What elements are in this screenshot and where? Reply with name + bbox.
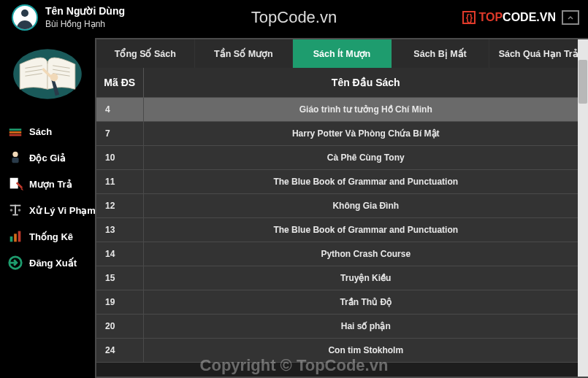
main-content: Tổng Số SáchTần Số MượnSách Ít MượnSách … (95, 38, 588, 378)
cell-id: 7 (96, 122, 143, 146)
app-title: TopCode.vn (251, 8, 337, 27)
tab-0[interactable]: Tổng Số Sách (96, 39, 195, 68)
borrow-icon (7, 176, 23, 192)
user-title-label: Tên Người Dùng (45, 5, 125, 18)
sidebar-item-readers[interactable]: Độc Giả (0, 144, 95, 171)
table-row[interactable]: 11The Blue Book of Grammar and Punctuati… (96, 170, 588, 194)
sidebar-item-label: Xử Lý Vi Phạm (29, 205, 96, 216)
cell-title: Con tim Stokholm (143, 339, 588, 363)
svg-point-7 (50, 74, 58, 82)
tab-2[interactable]: Sách Ít Mượn (293, 39, 392, 68)
svg-point-17 (10, 209, 13, 212)
cell-title: Python Crash Course (143, 242, 588, 266)
brand-area: {} TOPCODE.VN (462, 10, 582, 25)
cell-title: Hai số phận (143, 315, 588, 339)
cell-id: 10 (96, 146, 143, 170)
sidebar-item-label: Sách (29, 126, 52, 137)
svg-rect-8 (9, 128, 22, 131)
cell-title: Trần Thủ Độ (143, 290, 588, 315)
table-row[interactable]: 7Harry Potter Và Phòng Chứa Bí Mật (96, 122, 588, 146)
sidebar: Sách Độc Giả Mượn Trả Xử Lý Vi Phạm (0, 35, 95, 378)
books-table: Mã ĐS Tên Đầu Sách 4Giáo trình tư tưởng … (96, 68, 588, 363)
book-illustration (7, 38, 88, 104)
user-block: Tên Người Dùng Bùi Hồng Hạnh (45, 5, 125, 29)
table-row[interactable]: 20Hai số phận (96, 315, 588, 339)
cell-id: 20 (96, 315, 143, 339)
reader-icon (7, 150, 23, 166)
brand-logo: {} TOPCODE.VN (462, 11, 556, 24)
table-row[interactable]: 19Trần Thủ Độ (96, 290, 588, 315)
sidebar-item-label: Mượn Trả (29, 179, 72, 190)
cell-id: 15 (96, 266, 143, 290)
scrollbar-track[interactable] (578, 39, 588, 377)
svg-rect-16 (10, 205, 21, 207)
cell-id: 11 (96, 170, 143, 194)
sidebar-item-label: Độc Giả (29, 153, 66, 163)
logout-icon (7, 255, 23, 271)
svg-point-18 (18, 209, 21, 212)
cell-id: 13 (96, 218, 143, 242)
tabs-bar: Tổng Số SáchTần Số MượnSách Ít MượnSách … (96, 39, 588, 68)
sidebar-item-label: Đăng Xuất (29, 258, 77, 269)
cell-id: 14 (96, 242, 143, 266)
col-header-id: Mã ĐS (96, 68, 143, 98)
cell-title: Giáo trình tư tưởng Hồ Chí Minh (143, 98, 588, 122)
tab-1[interactable]: Tần Số Mượn (195, 39, 294, 68)
cell-id: 19 (96, 290, 143, 315)
scroll-thumb[interactable] (579, 60, 587, 104)
sidebar-item-books[interactable]: Sách (0, 118, 95, 144)
svg-rect-12 (12, 158, 18, 163)
svg-rect-21 (14, 234, 17, 242)
cell-id: 24 (96, 339, 143, 363)
cell-title: Harry Potter Và Phòng Chứa Bí Mật (143, 122, 588, 146)
col-header-title: Tên Đầu Sách (143, 68, 588, 98)
table-row[interactable]: 13The Blue Book of Grammar and Punctuati… (96, 218, 588, 242)
table-row[interactable]: 4Giáo trình tư tưởng Hồ Chí Minh (96, 98, 588, 122)
tab-4[interactable]: Sách Quá Hạn Trả (489, 39, 588, 68)
svg-point-11 (12, 152, 18, 157)
svg-rect-19 (12, 215, 18, 216)
violation-icon (7, 202, 23, 218)
sidebar-item-violations[interactable]: Xử Lý Vi Phạm (0, 197, 95, 223)
tab-3[interactable]: Sách Bị Mất (392, 39, 490, 68)
nav-list: Sách Độc Giả Mượn Trả Xử Lý Vi Phạm (0, 118, 95, 276)
cell-title: The Blue Book of Grammar and Punctuation (143, 218, 588, 242)
cell-id: 4 (96, 98, 143, 122)
cell-title: Cà Phê Cùng Tony (143, 146, 588, 170)
svg-rect-10 (9, 134, 22, 136)
cell-title: The Blue Book of Grammar and Punctuation (143, 170, 588, 194)
cell-title: Không Gia Đình (143, 194, 588, 218)
table-row[interactable]: 10Cà Phê Cùng Tony (96, 146, 588, 170)
table-row[interactable]: 14Python Crash Course (96, 242, 588, 266)
svg-rect-9 (9, 131, 22, 134)
table-row[interactable]: 24Con tim Stokholm (96, 339, 588, 363)
sidebar-item-stats[interactable]: Thống Kê (0, 223, 95, 250)
user-name: Bùi Hồng Hạnh (45, 19, 125, 29)
expand-button[interactable] (562, 10, 579, 25)
svg-rect-22 (18, 231, 21, 242)
stats-icon (7, 228, 23, 244)
svg-rect-15 (15, 205, 16, 215)
table-row[interactable]: 15Truyện Kiều (96, 266, 588, 290)
avatar[interactable] (12, 4, 38, 31)
sidebar-item-borrow-return[interactable]: Mượn Trả (0, 171, 95, 197)
books-icon (7, 123, 23, 139)
table-wrap: Mã ĐS Tên Đầu Sách 4Giáo trình tư tưởng … (96, 68, 588, 377)
sidebar-item-logout[interactable]: Đăng Xuất (0, 250, 95, 276)
header-bar: Tên Người Dùng Bùi Hồng Hạnh TopCode.vn … (0, 0, 588, 35)
sidebar-item-label: Thống Kê (29, 231, 73, 242)
table-row[interactable]: 12Không Gia Đình (96, 194, 588, 218)
brand-icon: {} (462, 11, 476, 24)
cell-id: 12 (96, 194, 143, 218)
svg-rect-20 (10, 236, 13, 242)
cell-title: Truyện Kiều (143, 266, 588, 290)
